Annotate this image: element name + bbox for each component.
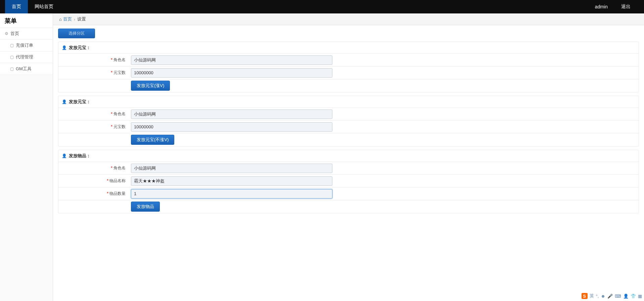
nav-logout[interactable]: 退出 xyxy=(614,0,637,13)
form-row: 发放元宝(涨V) xyxy=(58,79,639,92)
form-section: 👤发放元宝：*角色名*元宝数发放元宝(不涨V) xyxy=(58,96,639,146)
ime-mic-icon[interactable]: 🎤 xyxy=(607,294,613,299)
select-zone-button[interactable]: 选择分区 xyxy=(58,29,95,38)
text-input[interactable] xyxy=(131,122,332,132)
sidebar-item-home[interactable]: ⚙ 首页 xyxy=(0,28,53,40)
text-input[interactable] xyxy=(131,68,332,78)
submit-button[interactable]: 发放物品 xyxy=(131,202,160,212)
sidebar-item-label: 首页 xyxy=(10,31,19,37)
form-label: *物品数量 xyxy=(58,191,129,197)
sidebar-item-label: GM工具 xyxy=(16,66,32,72)
sidebar-title: 菜单 xyxy=(0,13,53,28)
text-input[interactable] xyxy=(131,176,332,186)
sidebar: 菜单 ⚙ 首页 ▢ 充值订单 ▢ 代理管理 ▢ GM工具 xyxy=(0,13,53,301)
home-icon: ⌂ xyxy=(59,17,62,22)
form-label: *元宝数 xyxy=(58,70,129,76)
form-row: 发放元宝(不涨V) xyxy=(58,133,639,146)
form-section: 👤发放元宝：*角色名*元宝数发放元宝(涨V) xyxy=(58,42,639,92)
sidebar-item-agent[interactable]: ▢ 代理管理 xyxy=(0,51,53,63)
section-header: 👤发放物品： xyxy=(58,150,639,162)
form-row: 发放物品 xyxy=(58,200,639,213)
form-row: *物品数量 xyxy=(58,187,639,200)
file-icon: ▢ xyxy=(10,43,14,48)
sidebar-item-label: 代理管理 xyxy=(16,54,33,60)
nav-user[interactable]: admin xyxy=(588,0,614,13)
form-label: *角色名 xyxy=(58,165,129,171)
nav-site-home[interactable]: 网站首页 xyxy=(28,0,60,13)
file-icon: ▢ xyxy=(10,55,14,59)
section-header: 👤发放元宝： xyxy=(58,42,639,53)
form-row: *元宝数 xyxy=(58,66,639,79)
nav-home[interactable]: 首页 xyxy=(5,0,28,13)
section-title: 发放元宝： xyxy=(69,99,91,105)
top-nav: 首页 网站首页 admin 退出 xyxy=(0,0,644,13)
form-label: *角色名 xyxy=(58,57,129,63)
ime-toolbar: S 英 °, ☻ 🎤 ⌨ 👤 👕 ▦ xyxy=(582,293,642,299)
person-icon: 👤 xyxy=(62,99,67,104)
ime-lang[interactable]: 英 xyxy=(590,293,594,299)
form-label: *角色名 xyxy=(58,111,129,117)
section-title: 发放元宝： xyxy=(69,45,91,51)
breadcrumb-current: 设置 xyxy=(77,16,86,22)
form-label: *元宝数 xyxy=(58,124,129,130)
form-section: 👤发放物品：*角色名*物品名称*物品数量发放物品 xyxy=(58,150,639,213)
text-input[interactable] xyxy=(131,55,332,65)
ime-tools-icon[interactable]: ▦ xyxy=(638,294,642,299)
ime-keyboard-icon[interactable]: ⌨ xyxy=(615,294,621,299)
section-header: 👤发放元宝： xyxy=(58,96,639,108)
text-input[interactable] xyxy=(131,164,332,173)
sidebar-item-gmtools[interactable]: ▢ GM工具 xyxy=(0,63,53,75)
sidebar-item-recharge[interactable]: ▢ 充值订单 xyxy=(0,40,53,51)
person-icon: 👤 xyxy=(62,45,67,50)
ime-emoji-icon[interactable]: ☻ xyxy=(601,294,605,299)
breadcrumb-home-link[interactable]: 首页 xyxy=(63,16,72,22)
submit-button[interactable]: 发放元宝(涨V) xyxy=(131,81,170,91)
person-icon: 👤 xyxy=(62,154,67,158)
ime-punct-icon[interactable]: °, xyxy=(596,294,599,299)
sogou-icon[interactable]: S xyxy=(582,293,588,299)
form-label: *物品名称 xyxy=(58,178,129,184)
form-row: *角色名 xyxy=(58,53,639,66)
text-input[interactable] xyxy=(131,189,332,199)
ime-user-icon[interactable]: 👤 xyxy=(623,294,629,299)
gear-icon: ⚙ xyxy=(5,31,8,36)
sidebar-item-label: 充值订单 xyxy=(16,42,33,48)
ime-skin-icon[interactable]: 👕 xyxy=(631,294,636,299)
file-icon: ▢ xyxy=(10,67,14,71)
submit-button[interactable]: 发放元宝(不涨V) xyxy=(131,135,174,145)
form-row: *角色名 xyxy=(58,162,639,174)
section-title: 发放物品： xyxy=(69,153,91,159)
breadcrumb: ⌂ 首页 › 设置 xyxy=(53,13,644,25)
text-input[interactable] xyxy=(131,110,332,119)
form-row: *物品名称 xyxy=(58,174,639,187)
form-row: *元宝数 xyxy=(58,120,639,133)
breadcrumb-separator: › xyxy=(74,17,75,22)
form-row: *角色名 xyxy=(58,108,639,120)
